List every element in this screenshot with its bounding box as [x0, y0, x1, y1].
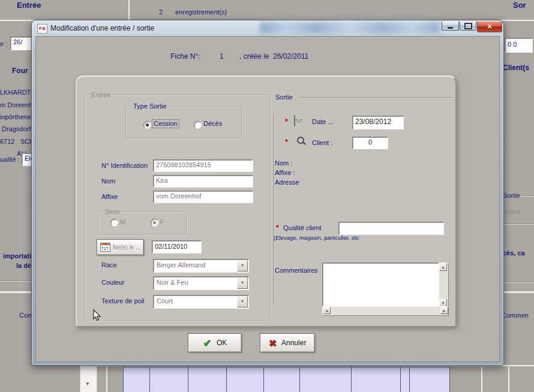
- bg-qualite-label: ualité :: [0, 156, 19, 164]
- ok-button[interactable]: ✔ OK: [188, 333, 242, 352]
- bg-bottom-divider: [106, 365, 107, 392]
- sexe-groupbox-label: Sexe: [103, 208, 122, 215]
- mouse-cursor: [93, 309, 101, 322]
- radio-sexe-f-label: F: [160, 218, 164, 226]
- sortie-group-label: Sortie: [275, 94, 293, 101]
- nom-field: Kira: [153, 175, 253, 188]
- bg-deces-label: cès, ca: [503, 249, 525, 257]
- bg-bottom-vline1: [481, 367, 482, 392]
- identification-field: 276098102854915: [153, 159, 253, 172]
- grid-line: [409, 367, 410, 392]
- bg-right-rule: [503, 291, 534, 293]
- required-mark: *: [276, 224, 279, 232]
- sortie-client-field[interactable]: 0: [352, 137, 388, 149]
- affixe-label: Affixe: [101, 193, 118, 200]
- grid-line: [149, 367, 150, 392]
- couleur-label: Couleur: [101, 279, 125, 286]
- scroll-left-icon[interactable]: ◄: [323, 307, 331, 314]
- texture-label: Texture de poil: [101, 297, 145, 304]
- texture-combo: Court ▾: [153, 295, 249, 309]
- grid-line: [123, 367, 124, 392]
- texture-value: Court: [157, 297, 173, 304]
- grid-line: [188, 367, 188, 392]
- bg-top-divider: [128, 0, 130, 20]
- radio-deces-label[interactable]: Décès: [203, 120, 222, 128]
- entree-groupbox-label: Entrée: [89, 91, 112, 98]
- fiche-created-date: 26/02/2011: [273, 52, 308, 61]
- grid-line: [226, 367, 227, 392]
- bg-left-divider: [0, 281, 32, 281]
- bg-date-label: e :: [0, 40, 7, 48]
- chevron-down-icon: ▾: [241, 298, 244, 304]
- grid-line: [449, 367, 450, 392]
- scroll-right-icon[interactable]: ►: [440, 307, 448, 314]
- sortie-group-line: [299, 97, 453, 98]
- bg-sortie-group-label: Sortie: [503, 192, 520, 200]
- bg-sortie-group-line: [521, 195, 534, 196]
- radio-cession-label[interactable]: Cession: [152, 119, 179, 128]
- bg-scrollbar-track[interactable]: ▼: [80, 365, 97, 392]
- dialog-modification-entree-sortie: P.B Modification d'une entrée / sortie ✕…: [31, 20, 504, 366]
- bg-record-count: 2: [159, 8, 163, 16]
- race-combo: Berger Allemand ▾: [153, 259, 249, 273]
- qualite-client-input[interactable]: [338, 222, 444, 235]
- date-picker-icon[interactable]: [294, 115, 295, 126]
- type-sortie-label: Type Sortie: [131, 102, 169, 110]
- required-mark: *: [285, 138, 288, 146]
- bg-right-divider1: [503, 224, 534, 224]
- type-sortie-groupbox: [125, 106, 242, 138]
- bg-address-line: 6712 SCH: [0, 138, 34, 146]
- client-nom-label: Nom :: [275, 159, 292, 167]
- bg-entree-heading: Entrée: [17, 1, 41, 10]
- annuler-button[interactable]: ✖ Annuler: [260, 333, 315, 352]
- bg-right-divider2: [503, 282, 534, 282]
- dialog-title: Modification d'une entrée / sortie: [50, 24, 154, 32]
- minimize-icon: [448, 27, 453, 29]
- cross-icon: ✖: [269, 337, 277, 349]
- birthdate-field[interactable]: 02/11/2010: [152, 240, 202, 254]
- check-icon: ✔: [203, 337, 211, 349]
- identification-label: N° Identification: [101, 162, 148, 169]
- commentaires-vscrollbar[interactable]: ▲ ▼: [439, 263, 449, 307]
- qualite-client-hint: (Elevage, magasin, particulier, etc: [274, 234, 359, 241]
- app-icon: P.B: [37, 24, 47, 34]
- bg-clients-label: Client(s: [503, 64, 529, 72]
- bg-comment-label-right: Commen: [502, 312, 529, 319]
- birthdate-button: Né(e) le ...: [97, 239, 144, 255]
- screen: Entrée 2 enregistrement(s) Sor e : 26/ F…: [0, 0, 534, 392]
- bg-fournisseur-label: Four: [12, 67, 28, 75]
- grid-line: [400, 367, 401, 392]
- minimize-button[interactable]: [442, 22, 459, 31]
- radio-sexe-f: [151, 219, 158, 227]
- window-controls: ✕: [442, 22, 502, 32]
- maximize-icon: [464, 23, 472, 29]
- client-affixe-label: Affixe :: [275, 169, 295, 176]
- fiche-number-value: 1: [220, 52, 224, 61]
- grid-line: [263, 367, 264, 392]
- bg-left-rule: [0, 291, 32, 293]
- radio-sexe-m-label: M: [120, 218, 125, 226]
- scroll-down-icon[interactable]: ▼: [85, 381, 90, 387]
- radio-deces[interactable]: [194, 121, 202, 129]
- bg-right-field: 0 0: [505, 38, 533, 53]
- commentaires-textarea[interactable]: [322, 263, 445, 307]
- bg-note-line2: la dé: [0, 262, 31, 270]
- calendar-icon: [100, 243, 110, 252]
- grid-line: [299, 367, 300, 392]
- bg-address-line: LKHARDT: [0, 89, 31, 97]
- scroll-up-icon[interactable]: ▲: [439, 263, 447, 271]
- chevron-down-icon: ▾: [241, 280, 244, 285]
- birthdate-button-label: Né(e) le ...: [113, 244, 141, 251]
- bg-address-line: inpörthene: [0, 113, 31, 121]
- sortie-date-field[interactable]: 23/08/2012: [352, 116, 404, 129]
- radio-cession[interactable]: [143, 121, 151, 129]
- grid-line: [351, 367, 352, 392]
- couleur-combo: Noir & Feu ▾: [153, 276, 249, 290]
- close-button[interactable]: ✕: [477, 22, 502, 32]
- maximize-button[interactable]: [460, 22, 476, 31]
- fiche-number-label: Fiche N°:: [170, 52, 200, 61]
- close-icon: ✕: [487, 23, 492, 31]
- bg-bottom-vline2: [508, 367, 509, 392]
- commentaires-hscrollbar[interactable]: ◄ ►: [322, 306, 449, 316]
- section-separator: [274, 114, 274, 303]
